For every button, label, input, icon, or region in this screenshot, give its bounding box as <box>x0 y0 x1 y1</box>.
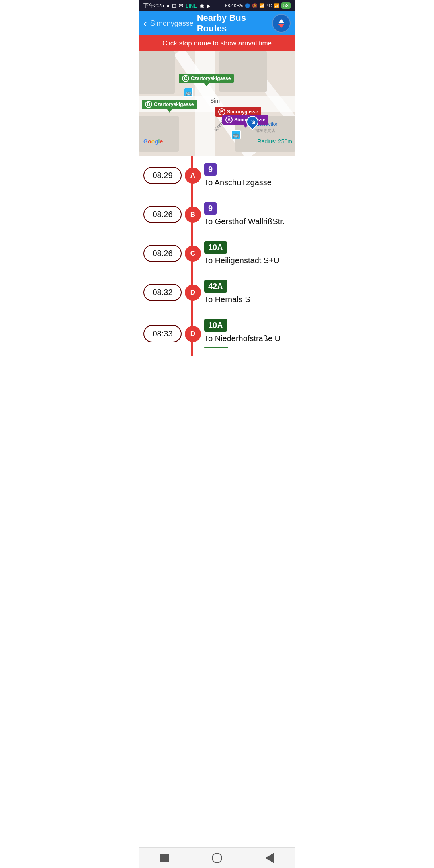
map-view[interactable]: Kreuzgasse doubleaction 槍枝專賣店 Sim er - b… <box>139 51 295 156</box>
stop-circle-4: D <box>185 326 201 342</box>
route-number-0: 9 <box>204 163 217 176</box>
svg-text:槍枝專賣店: 槍枝專賣店 <box>255 128 275 133</box>
route-number-4: 10A <box>204 319 227 332</box>
network-speed: 68.4KB/s <box>225 3 243 8</box>
svg-rect-7 <box>139 116 179 152</box>
route-destination-2: To Heiligenstadt S+U <box>204 255 291 266</box>
app-header: ‹ Simonygasse Nearby Bus Routes <box>139 11 295 35</box>
route-item-3[interactable]: 08:32 D 42A To Hernals S <box>139 273 295 312</box>
route-destination-0: To AnschüTzgasse <box>204 177 291 188</box>
time-value-1: 08:26 <box>152 210 172 219</box>
route-item-4[interactable]: 08:33 D 10A To Niederhofstraße U <box>139 312 295 356</box>
sort-arrow-down-icon <box>278 24 285 28</box>
route-destination-1: To Gersthof WallrißStr. <box>204 216 291 227</box>
route-info-0: 9 To AnschüTzgasse <box>204 163 291 188</box>
stop-circle-3: D <box>185 285 201 301</box>
time-value-0: 08:29 <box>152 171 172 180</box>
route-info-1: 9 To Gersthof WallrißStr. <box>204 202 291 227</box>
time-badge-1: 08:26 <box>143 206 182 223</box>
map-marker-c-top[interactable]: C Czartoryskigasse <box>179 74 234 86</box>
notice-text: Click stop name to show arrival time <box>162 39 272 47</box>
route-item-2[interactable]: 08:26 C 10A To Heiligenstadt S+U <box>139 234 295 273</box>
route-list: 08:29 A 9 To AnschüTzgasse 08:26 B 9 To … <box>139 156 295 356</box>
marker-b-label: Simonygasse <box>227 109 258 115</box>
route-number-1: 9 <box>204 202 217 215</box>
time-value-4: 08:33 <box>152 329 172 338</box>
battery-level: 58 <box>283 3 289 8</box>
bus-icon-a: 🚌 <box>231 130 241 139</box>
route-info-2: 10A To Heiligenstadt S+U <box>204 241 291 266</box>
stop-circle-1: B <box>185 207 201 223</box>
location-label: Simonygasse <box>150 19 194 28</box>
status-time: 下午2:25 ● ⊞ ✉ LINE ◉ ▶ <box>143 2 211 9</box>
time-value-2: 08:26 <box>152 249 172 258</box>
time-badge-0: 08:29 <box>143 167 182 184</box>
radius-text: Radius: 250m <box>258 138 292 145</box>
marker-d-label: Czartoryskigasse <box>154 102 194 107</box>
status-bar: 下午2:25 ● ⊞ ✉ LINE ◉ ▶ 68.4KB/s 🔵 🔕 📶 4G … <box>139 0 295 11</box>
route-number-3: 42A <box>204 280 227 293</box>
time-badge-4: 08:33 <box>143 325 182 342</box>
time-badge-3: 08:32 <box>143 284 182 301</box>
sort-icon <box>278 19 285 28</box>
notice-banner: Click stop name to show arrival time <box>139 35 295 51</box>
status-right: 68.4KB/s 🔵 🔕 📶 4G 📶 58 <box>225 2 291 9</box>
svg-rect-5 <box>139 51 175 94</box>
marker-c-label: Czartoryskigasse <box>191 76 231 81</box>
stop-circle-0: A <box>185 168 201 184</box>
time-value-3: 08:32 <box>152 288 172 297</box>
time-display: 下午2:25 <box>143 2 164 9</box>
radius-label: Radius: 250m <box>258 138 292 145</box>
route-info-3: 42A To Hernals S <box>204 280 291 305</box>
stop-circle-2: C <box>185 246 201 262</box>
page-title: Nearby Bus Routes <box>197 13 269 34</box>
route-item-0[interactable]: 08:29 A 9 To AnschüTzgasse <box>139 156 295 195</box>
sort-button[interactable] <box>272 14 291 33</box>
google-logo: Google <box>143 138 163 145</box>
time-badge-2: 08:26 <box>143 245 182 262</box>
bus-icon-c: 🚌 <box>184 88 193 97</box>
route-number-2: 10A <box>204 241 227 254</box>
route-item-1[interactable]: 08:26 B 9 To Gersthof WallrißStr. <box>139 195 295 234</box>
map-marker-a[interactable]: A Simonygasse <box>222 115 268 128</box>
route-info-4: 10A To Niederhofstraße U <box>204 319 291 348</box>
map-marker-d-czartory[interactable]: D Czartoryskigasse <box>142 100 197 113</box>
route-destination-4: To Niederhofstraße U <box>204 333 291 344</box>
route-destination-3: To Hernals S <box>204 294 291 305</box>
back-button[interactable]: ‹ <box>143 17 147 30</box>
place-marker-doubleaction: 🛍 <box>246 116 258 128</box>
svg-text:Sim: Sim <box>210 98 220 104</box>
more-indicator <box>204 347 228 348</box>
sort-arrow-up-icon <box>278 19 285 23</box>
